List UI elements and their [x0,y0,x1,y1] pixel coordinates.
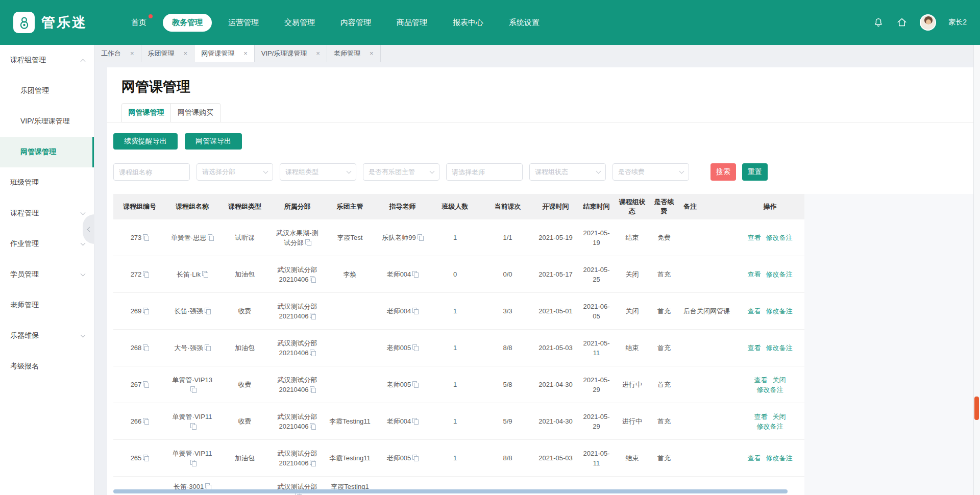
nav-menu-item[interactable]: 运营管理 [219,14,268,32]
filter-select[interactable]: 请选择分部 [197,163,273,181]
action-link[interactable]: 查看 [748,344,761,352]
sidebar-item[interactable]: 学员管理 [0,259,94,290]
action-link[interactable]: 查看 [754,413,768,420]
action-link[interactable]: 修改备注 [757,386,783,393]
filter-input[interactable] [113,163,190,181]
open-page-tab[interactable]: VIP/乐理课管理× [255,45,327,62]
filter-select[interactable]: 课程组类型 [280,163,356,181]
bell-icon[interactable] [873,17,884,28]
cell-text: 2021-06-05 [583,303,609,320]
tab-course-purchase[interactable]: 网管课购买 [171,103,220,122]
cell-text: 272 [131,270,142,278]
sidebar-item[interactable]: 网管课管理 [0,137,94,167]
copy-icon[interactable] [310,460,315,466]
action-link[interactable]: 关闭 [773,376,786,384]
nav-menu-item[interactable]: 报表中心 [444,14,493,32]
copy-icon[interactable] [190,460,196,466]
copy-icon[interactable] [418,234,423,240]
filter-select[interactable]: 是否有乐团主管 [363,163,439,181]
sidebar-item[interactable]: 课程组管理 [0,45,94,76]
sidebar-item[interactable]: 班级管理 [0,167,94,198]
open-page-tab[interactable]: 乐团管理× [141,45,195,62]
open-page-tab[interactable]: 网管课管理× [194,45,255,62]
brand[interactable]: 管乐迷 [13,12,87,33]
copy-icon[interactable] [310,276,315,282]
copy-icon[interactable] [310,313,315,319]
action-link[interactable]: 查看 [748,454,761,462]
action-link[interactable]: 修改备注 [766,234,793,241]
course-export-button[interactable]: 网管课导出 [185,133,242,150]
avatar[interactable] [920,14,936,31]
nav-menu-item[interactable]: 教务管理 [163,14,212,32]
action-link[interactable]: 修改备注 [766,307,793,315]
action-link[interactable]: 查看 [754,376,768,384]
close-icon[interactable]: × [370,50,374,57]
copy-icon[interactable] [143,234,149,240]
action-link[interactable]: 修改备注 [757,423,783,430]
nav-menu-item[interactable]: 首页 [122,14,156,32]
copy-icon[interactable] [412,381,418,387]
vertical-scrollbar-thumb[interactable] [974,397,979,420]
home-icon[interactable] [896,17,908,28]
close-icon[interactable]: × [316,50,320,57]
action-link[interactable]: 查看 [748,270,761,278]
nav-menu-item[interactable]: 商品管理 [387,14,436,32]
copy-icon[interactable] [190,386,196,392]
renew-reminder-export-button[interactable]: 续费提醒导出 [113,133,178,150]
copy-icon[interactable] [205,483,211,489]
copy-icon[interactable] [412,418,418,424]
copy-icon[interactable] [412,308,418,314]
copy-icon[interactable] [143,271,149,277]
close-icon[interactable]: × [243,50,248,57]
copy-icon[interactable] [143,455,149,461]
copy-icon[interactable] [412,271,418,277]
copy-icon[interactable] [412,455,418,461]
copy-icon[interactable] [202,271,208,277]
copy-icon[interactable] [143,344,149,351]
tab-course-manage[interactable]: 网管课管理 [121,103,171,122]
horizontal-scrollbar-thumb[interactable] [113,489,788,493]
copy-icon[interactable] [190,423,196,429]
copy-icon[interactable] [305,239,311,245]
filter-input[interactable] [446,163,523,181]
close-icon[interactable]: × [184,50,188,57]
copy-icon[interactable] [205,308,210,314]
close-icon[interactable]: × [130,50,134,57]
column-header-end: 结束时间 [577,202,616,211]
filter-select[interactable]: 是否续费 [612,163,689,181]
sidebar-item[interactable]: 乐器维保 [0,320,94,351]
filter-placeholder: 课程组类型 [285,167,318,177]
copy-icon[interactable] [143,418,149,424]
nav-menu-item[interactable]: 交易管理 [275,14,324,32]
open-page-tab[interactable]: 老师管理× [327,45,381,62]
sidebar-item[interactable]: 考级报名 [0,351,94,382]
filter-select[interactable]: 课程组状态 [529,163,606,181]
sidebar-item[interactable]: 课程管理 [0,198,94,229]
copy-icon[interactable] [208,234,213,240]
vertical-scrollbar-track[interactable] [973,45,980,495]
action-link[interactable]: 关闭 [773,413,786,420]
action-link[interactable]: 修改备注 [766,270,793,278]
search-button[interactable]: 搜索 [710,163,736,181]
action-link[interactable]: 修改备注 [766,454,793,462]
reset-button[interactable]: 重置 [742,163,768,181]
user-name[interactable]: 家长2 [948,18,967,27]
nav-menu-item[interactable]: 内容管理 [331,14,380,32]
sidebar-item[interactable]: 作业管理 [0,229,94,259]
action-link[interactable]: 查看 [748,307,761,315]
open-page-tab[interactable]: 工作台× [94,45,141,62]
sidebar-item[interactable]: 老师管理 [0,290,94,320]
sidebar-item[interactable]: 乐团管理 [0,76,94,106]
action-link[interactable]: 查看 [748,234,761,241]
copy-icon[interactable] [143,381,149,387]
copy-icon[interactable] [310,386,315,392]
nav-menu-item[interactable]: 系统设置 [500,14,549,32]
copy-icon[interactable] [310,350,315,356]
copy-icon[interactable] [205,344,210,351]
action-link[interactable]: 修改备注 [766,344,793,352]
copy-icon[interactable] [310,423,315,429]
sidebar-item[interactable]: VIP/乐理课管理 [0,106,94,137]
copy-icon[interactable] [143,308,149,314]
copy-icon[interactable] [412,344,418,351]
table-body: 273单簧管·思思试听课武汉水果湖-测试分部李霞Test乐队老师9911/120… [113,219,804,495]
